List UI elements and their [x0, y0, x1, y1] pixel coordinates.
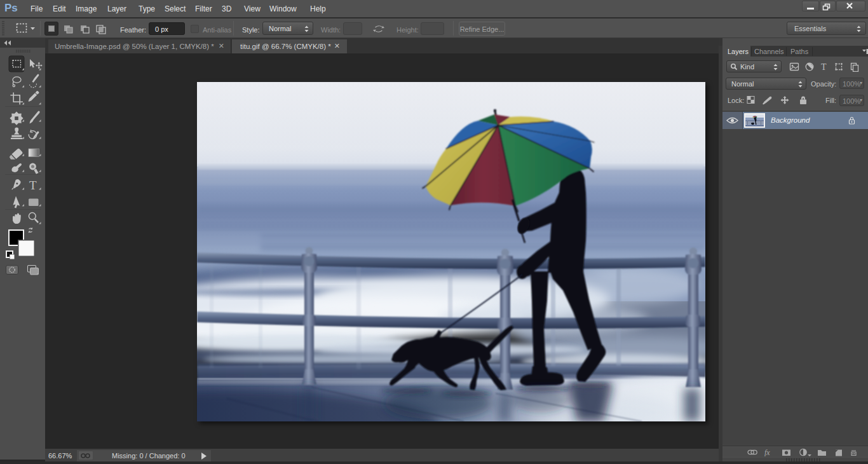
svg-text:fx: fx: [764, 448, 770, 456]
svg-text:T: T: [29, 179, 37, 192]
svg-text:T: T: [821, 62, 827, 72]
